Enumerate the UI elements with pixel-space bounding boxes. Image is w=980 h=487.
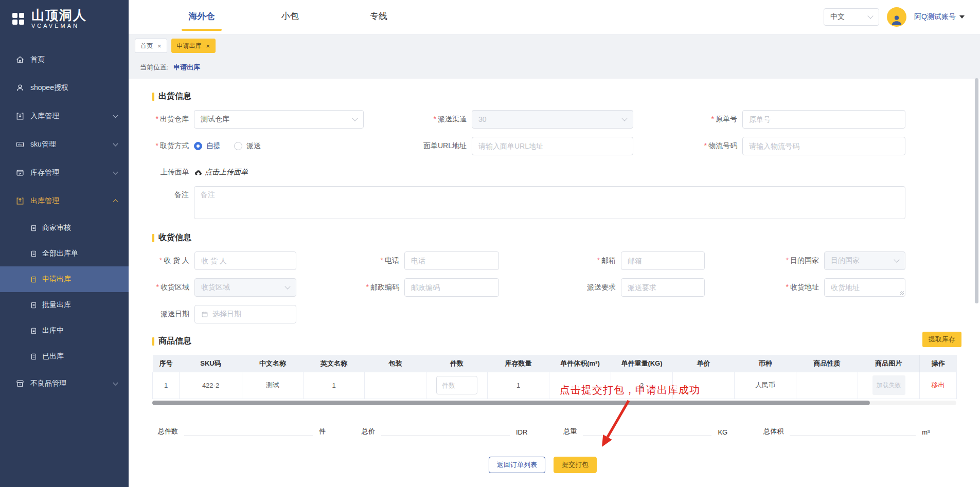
chevron-down-icon [113,141,118,146]
address-textarea-wrap [824,278,905,297]
total-price-label: 总价 [362,427,375,436]
products-table: 序号 SKU码 中文名称 英文名称 包装 件数 库存数量 单件体积(m³) 单件… [152,355,957,399]
tag-home[interactable]: 首页 × [135,39,167,53]
vertical-scrollbar-thumb[interactable] [975,78,978,303]
label-url-input[interactable] [472,137,633,155]
sidebar-item-sku[interactable]: sku sku管理 [0,130,129,158]
delivery-date-input[interactable]: 选择日期 [194,305,296,323]
business-tabs: 海外仓 小包 专线 [157,0,423,34]
tab-dedicated-line[interactable]: 专线 [334,0,423,34]
form-actions: 返回订单列表 提交打包 [129,457,957,473]
user-icon [15,83,25,93]
original-no-label: *原单号 [633,115,742,124]
sidebar-item-inventory[interactable]: 库存管理 [0,158,129,187]
sidebar-item-outbound-done[interactable]: 已出库 [0,344,129,369]
postcode-input[interactable] [404,278,499,297]
annotation-text: 点击提交打包，申请出库成功 [560,383,700,397]
sidebar-item-label: 库存管理 [30,168,114,177]
chevron-down-icon [113,113,118,118]
channel-label: *派送渠道 [364,115,472,124]
sidebar-item-outbound-in-progress[interactable]: 出库中 [0,318,129,344]
topbar: 海外仓 小包 专线 中文 阿Q测试账号 [129,0,980,34]
col-package: 包装 [365,355,426,372]
sidebar-item-label: 入库管理 [30,112,114,121]
section-bar [152,337,154,346]
sidebar-item-inbound[interactable]: 入库管理 [0,102,129,130]
cell-sku: 422-2 [180,372,242,399]
total-price-unit: IDR [516,428,527,436]
tracking-no-input[interactable] [742,137,905,155]
close-icon[interactable]: × [206,42,210,50]
sidebar-item-merchant-review[interactable]: 商家审核 [0,215,129,241]
account-menu[interactable]: 阿Q测试账号 [914,12,965,22]
channel-select[interactable]: 30 [472,110,633,129]
consignee-input[interactable] [194,251,296,270]
sidebar-item-outbound[interactable]: 出库管理 [0,187,129,215]
email-input[interactable] [621,251,705,270]
inventory-icon [15,168,25,177]
delivery-req-input[interactable] [621,278,705,297]
warehouse-select[interactable]: 测试仓库 [194,110,364,129]
col-image: 商品图片 [858,355,920,372]
remark-label: 备注 [129,186,194,219]
phone-input[interactable] [404,251,499,270]
language-select[interactable]: 中文 [824,8,879,26]
sidebar-item-home[interactable]: 首页 [0,45,129,74]
address-label: *收货地址 [705,283,824,292]
sidebar-item-label: 不良品管理 [30,379,114,388]
sidebar-submenu-outbound: 商家审核 全部出库单 申请出库 [0,215,129,369]
area-select[interactable]: 收货区域 [194,278,296,297]
horizontal-scrollbar-thumb[interactable] [152,401,870,405]
country-select[interactable]: 目的国家 [824,251,905,270]
col-unit-price: 单价 [673,355,735,372]
tab-overseas-warehouse[interactable]: 海外仓 [157,0,246,34]
sidebar-item-label: 全部出库单 [42,249,129,258]
address-input[interactable] [824,278,905,297]
upload-button[interactable]: 点击上传面单 [194,168,248,177]
avatar[interactable] [887,7,906,27]
sidebar-menu: 首页 shopee授权 入库管理 sku sku管理 [0,45,129,398]
shipping-row-2: *取货方式 自提 派送 面单URL地址 *物流号码 [129,137,980,155]
brand-name: 山顶洞人 [31,9,87,22]
main-area: 海外仓 小包 专线 中文 阿Q测试账号 首页 [129,0,980,487]
radio-self-pickup[interactable] [194,142,202,150]
total-weight-value [583,429,711,436]
remove-row-link[interactable]: 移出 [932,381,945,389]
close-icon[interactable]: × [157,42,162,50]
sidebar-item-shopee-auth[interactable]: shopee授权 [0,74,129,102]
sidebar-item-apply-outbound[interactable]: 申请出库 [0,266,129,292]
sidebar-item-all-outbound-orders[interactable]: 全部出库单 [0,241,129,266]
apply-outbound-form: 出货信息 *出货仓库 测试仓库 *派送渠道 30 *原单号 *取货方式 [129,79,980,487]
sidebar-item-label: 已出库 [42,352,129,361]
radio-delivery[interactable] [234,142,242,150]
upload-label: 上传面单 [129,168,194,177]
qty-input[interactable] [436,376,477,394]
area-label: *收货区域 [129,283,194,292]
extract-stock-button[interactable]: 提取库存 [922,332,961,347]
receiving-row-3: 派送日期 选择日期 [129,305,980,323]
remark-row: 备注 [129,186,980,219]
chevron-down-icon [113,380,118,385]
cell-cn-name: 测试 [242,372,304,399]
col-property: 商品性质 [796,355,858,372]
brand-tagline: VCAVEMAN [31,23,87,29]
sidebar-item-batch-outbound[interactable]: 批量出库 [0,292,129,318]
app-window: 山顶洞人 VCAVEMAN 首页 shopee授权 入库管 [0,0,980,487]
chevron-up-icon [113,200,118,205]
sidebar-item-defective[interactable]: 不良品管理 [0,369,129,398]
document-icon [30,250,38,258]
breadcrumb-prefix: 当前位置: [140,63,169,71]
original-no-input[interactable] [742,110,905,129]
tab-small-parcel[interactable]: 小包 [246,0,334,34]
sidebar-item-label: shopee授权 [30,83,117,93]
tag-apply-outbound[interactable]: 申请出库 × [171,39,216,53]
radio-self-pickup-label[interactable]: 自提 [206,141,221,151]
submit-pack-button[interactable]: 提交打包 [554,457,597,473]
radio-delivery-label[interactable]: 派送 [246,141,261,151]
remark-textarea[interactable] [194,186,905,219]
person-icon [890,13,903,27]
chevron-down-icon [284,283,290,289]
back-to-order-list-button[interactable]: 返回订单列表 [489,457,545,473]
cell-image: 加载失败 [858,372,920,399]
cell-action: 移出 [920,372,957,399]
